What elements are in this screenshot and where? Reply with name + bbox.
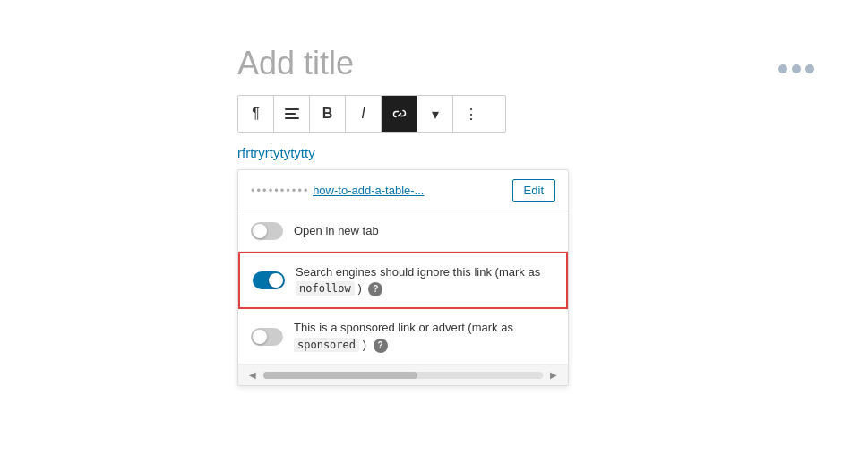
scroll-thumb	[263, 372, 417, 379]
nofollow-label: Search engines should ignore this link (…	[296, 264, 554, 296]
link-text[interactable]: rfrtryrtytytytty	[237, 145, 632, 160]
sponsored-code: sponsored	[294, 338, 359, 352]
svg-rect-1	[285, 113, 296, 115]
formatting-toolbar: ¶ B I ▾ ⋮	[237, 95, 506, 133]
scroll-right-arrow[interactable]: ▶	[546, 369, 561, 382]
nofollow-row: Search engines should ignore this link (…	[238, 252, 568, 309]
url-display: •••••••••• how-to-add-a-table-...	[251, 184, 505, 197]
nofollow-toggle[interactable]	[253, 271, 285, 289]
dot-3	[805, 64, 814, 73]
nofollow-label-after: )	[357, 281, 361, 295]
three-dots-menu[interactable]	[778, 64, 814, 73]
toggle-track-3	[251, 328, 283, 346]
scroll-track[interactable]	[263, 372, 543, 379]
url-link-text[interactable]: how-to-add-a-table-...	[313, 184, 424, 197]
sponsored-row: This is a sponsored link or advert (mark…	[238, 309, 568, 364]
nofollow-help-icon[interactable]: ?	[368, 282, 382, 296]
toggle-track-1	[251, 222, 283, 240]
nofollow-code: nofollow	[296, 281, 355, 296]
open-in-new-tab-label: Open in new tab	[294, 223, 379, 239]
bold-button[interactable]: B	[310, 96, 346, 132]
scrollbar-row: ◀ ▶	[238, 365, 568, 385]
paragraph-button[interactable]: ¶	[238, 96, 274, 132]
sponsored-label: This is a sponsored link or advert (mark…	[294, 320, 555, 352]
sponsored-toggle[interactable]	[251, 328, 283, 346]
editor-area: Add title ¶ B I ▾ ⋮	[237, 45, 632, 386]
dot-1	[778, 64, 787, 73]
nofollow-label-before: Search engines should ignore this link (…	[296, 265, 540, 279]
italic-button[interactable]: I	[346, 96, 382, 132]
title-placeholder[interactable]: Add title	[237, 45, 632, 82]
toggle-thumb-2	[269, 273, 283, 288]
more-options-button[interactable]: ⋮	[453, 96, 489, 132]
toggle-track-2	[253, 271, 285, 289]
url-blurred: ••••••••••	[251, 184, 310, 197]
open-in-new-tab-row: Open in new tab	[238, 211, 568, 252]
svg-rect-0	[285, 108, 299, 110]
toggle-thumb-3	[253, 330, 267, 344]
page-container: Add title ¶ B I ▾ ⋮	[0, 0, 868, 464]
align-button[interactable]	[274, 96, 310, 132]
toggle-thumb-1	[253, 224, 267, 238]
url-row: •••••••••• how-to-add-a-table-... Edit	[238, 170, 568, 211]
sponsored-label-before: This is a sponsored link or advert (mark…	[294, 321, 513, 334]
link-button[interactable]	[382, 96, 417, 132]
dropdown-button[interactable]: ▾	[417, 96, 453, 132]
svg-rect-2	[285, 117, 299, 119]
link-popover: •••••••••• how-to-add-a-table-... Edit O…	[237, 169, 569, 386]
sponsored-label-after: )	[363, 338, 366, 351]
sponsored-help-icon[interactable]: ?	[374, 339, 388, 353]
open-in-new-tab-toggle[interactable]	[251, 222, 283, 240]
dot-2	[792, 64, 801, 73]
edit-link-button[interactable]: Edit	[512, 179, 555, 202]
scroll-left-arrow[interactable]: ◀	[245, 369, 260, 382]
